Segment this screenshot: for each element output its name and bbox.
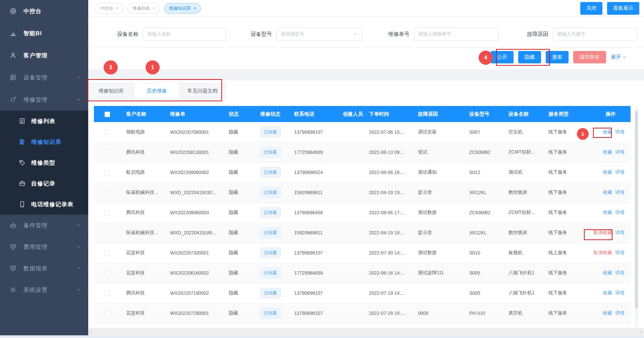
- row-checkbox[interactable]: [105, 210, 110, 216]
- column-header-创建人员: 创建人员: [337, 106, 364, 122]
- filter-input-维修单号[interactable]: 请输入维修单号: [414, 27, 499, 41]
- phone-cell: 13790696458: [289, 203, 337, 223]
- breadcrumb-tab-维修列表[interactable]: 维修列表×: [127, 3, 160, 14]
- scroll-right-arrow[interactable]: ›: [639, 329, 644, 334]
- customer-cell: 拓诚机械科技...: [121, 223, 165, 243]
- sidebar-item-备件管理[interactable]: 备件管理: [0, 215, 88, 236]
- sidebar-item-自修记录[interactable]: 自修记录: [0, 173, 88, 194]
- detail-link[interactable]: 详情: [615, 290, 625, 295]
- sidebar-item-维修类型[interactable]: 维修类型: [0, 152, 88, 173]
- column-header-select[interactable]: [94, 106, 121, 122]
- detail-link[interactable]: 详情: [615, 169, 625, 175]
- content-panel: 维修知识库历史维修常见问题文档 客户名称维修单状态维修状态联系电话创建人员下单时…: [88, 80, 644, 328]
- order_no-cell: WX202207290001: [165, 303, 223, 323]
- favorite-link[interactable]: 收藏: [603, 290, 612, 295]
- repair-search-icon: [9, 96, 17, 103]
- detail-link[interactable]: 详情: [615, 210, 625, 215]
- detail-link[interactable]: 详情: [615, 230, 625, 235]
- row-checkbox[interactable]: [105, 271, 110, 276]
- favorite-link[interactable]: 收藏: [603, 310, 612, 316]
- row-checkbox[interactable]: [105, 190, 110, 195]
- favorite-link[interactable]: 收藏: [603, 210, 612, 215]
- hide-button[interactable]: 隐藏: [518, 51, 541, 63]
- favorite-link[interactable]: 收藏: [603, 169, 612, 175]
- device_name-cell: 真空机: [503, 303, 543, 323]
- vertical-scrollbar[interactable]: [635, 107, 638, 327]
- row-checkbox[interactable]: [105, 291, 110, 296]
- sidebar-item-中控台[interactable]: 中控台: [0, 0, 88, 22]
- publish-button[interactable]: 公开: [491, 51, 514, 63]
- sidebar-item-客户管理[interactable]: 客户管理: [0, 44, 88, 66]
- detail-link[interactable]: 详情: [615, 310, 625, 316]
- table-row: 腾讯科技WX202208130001隐藏已结案177259849392022-0…: [94, 142, 631, 162]
- favorite-link[interactable]: 收藏: [603, 270, 612, 275]
- sidebar-item-数据报表[interactable]: 数据报表: [0, 258, 88, 279]
- customer-cell: 领航电路: [121, 122, 165, 142]
- column-header-状态: 状态: [223, 106, 255, 122]
- sidebar-item-系统设置[interactable]: 系统设置: [0, 279, 88, 300]
- breadcrumb-tab-维修知识库[interactable]: 维修知识库×: [164, 3, 201, 14]
- operations-cell: 收藏详情: [591, 203, 631, 223]
- sidebar-item-维修管理[interactable]: 维修管理: [0, 89, 88, 111]
- order_time-cell: 2022-06-16 14:...: [364, 263, 413, 283]
- detail-link[interactable]: 详情: [615, 270, 625, 275]
- clear-all-button[interactable]: 清空所有: [573, 51, 606, 63]
- close-tab-icon[interactable]: ×: [153, 6, 155, 11]
- close-button[interactable]: 关闭: [580, 2, 602, 15]
- model-cell: PH-510: [464, 303, 503, 323]
- breadcrumb-tabs: 中控台×维修列表×维修知识库×: [95, 3, 201, 14]
- expand-link[interactable]: 展开: [611, 54, 627, 60]
- sidebar-item-设备管理[interactable]: 设备管理: [0, 66, 88, 89]
- order_no-cell: WX202208060002: [165, 162, 223, 182]
- row-checkbox[interactable]: [105, 250, 110, 256]
- column-header-故障原因: 故障原因: [413, 106, 464, 122]
- model-cell: S012: [464, 162, 503, 182]
- filter-input-设备名称[interactable]: 请输入名称: [143, 27, 226, 41]
- breadcrumb-tab-中控台[interactable]: 中控台×: [95, 3, 123, 14]
- favorite-link[interactable]: 收藏: [603, 149, 612, 155]
- sidebar-item-智能BI[interactable]: 智能BI: [0, 22, 88, 44]
- model-cell: S007: [464, 122, 503, 142]
- order_time-cell: 2022-07-19 14:...: [364, 283, 413, 303]
- model-cell: S005: [464, 283, 503, 303]
- filter-group-故障原因: 故障原因请输入关键字: [527, 27, 637, 41]
- model-cell: XR12KL: [464, 182, 503, 203]
- chevron-down-icon: [622, 55, 627, 59]
- table-row: 花篮科技WX202206160002隐藏已结案177259849392022-0…: [94, 263, 631, 283]
- sidebar-item-维修列表[interactable]: 维修列表: [0, 111, 88, 131]
- scroll-left-arrow[interactable]: ‹: [88, 329, 94, 334]
- vertical-scrollbar-thumb[interactable]: [635, 111, 638, 308]
- tab-维修知识库[interactable]: 维修知识库: [88, 83, 134, 99]
- favorite-link[interactable]: 收藏: [603, 129, 612, 134]
- search-button[interactable]: 搜索: [546, 51, 569, 63]
- breadcrumb-tab-label: 维修知识库: [169, 5, 191, 11]
- status-badge: 已结案: [260, 207, 281, 218]
- close-tab-icon[interactable]: ×: [194, 6, 196, 11]
- tab-常见问题文档[interactable]: 常见问题文档: [179, 83, 225, 99]
- sidebar-item-维修知识库[interactable]: 维修知识库: [0, 131, 88, 152]
- board-display-button[interactable]: 看板展示: [607, 2, 639, 15]
- select-all-checkbox[interactable]: [105, 112, 110, 117]
- sidebar-item-费用管理[interactable]: 费用管理: [0, 236, 88, 258]
- filter-input-故障原因[interactable]: 请输入关键字: [553, 27, 637, 41]
- detail-link[interactable]: 详情: [615, 189, 625, 195]
- status-cell: 隐藏: [223, 142, 255, 162]
- filter-select-设备型号[interactable]: 请选择型号: [276, 27, 362, 41]
- tab-历史维修[interactable]: 历史维修: [134, 83, 180, 99]
- favorite-link[interactable]: 收藏: [603, 189, 612, 195]
- detail-link[interactable]: 详情: [615, 129, 625, 134]
- content-tabs: 维修知识库历史维修常见问题文档: [89, 83, 225, 99]
- close-tab-icon[interactable]: ×: [116, 6, 118, 11]
- sidebar-item-电话维修记录表[interactable]: 电话维修记录表: [0, 194, 88, 215]
- row-checkbox[interactable]: [105, 311, 110, 316]
- detail-link[interactable]: 详情: [615, 250, 625, 255]
- row-checkbox[interactable]: [105, 170, 110, 175]
- horizontal-scrollbar[interactable]: ‹ ›: [88, 328, 644, 335]
- detail-link[interactable]: 详情: [615, 149, 625, 155]
- row-checkbox[interactable]: [105, 129, 110, 135]
- row-select-cell: [94, 283, 121, 303]
- unfavorite-link[interactable]: 取消收藏: [593, 250, 612, 255]
- row-checkbox[interactable]: [105, 230, 110, 236]
- row-checkbox[interactable]: [105, 150, 110, 155]
- unfavorite-link[interactable]: 取消收藏: [593, 230, 612, 235]
